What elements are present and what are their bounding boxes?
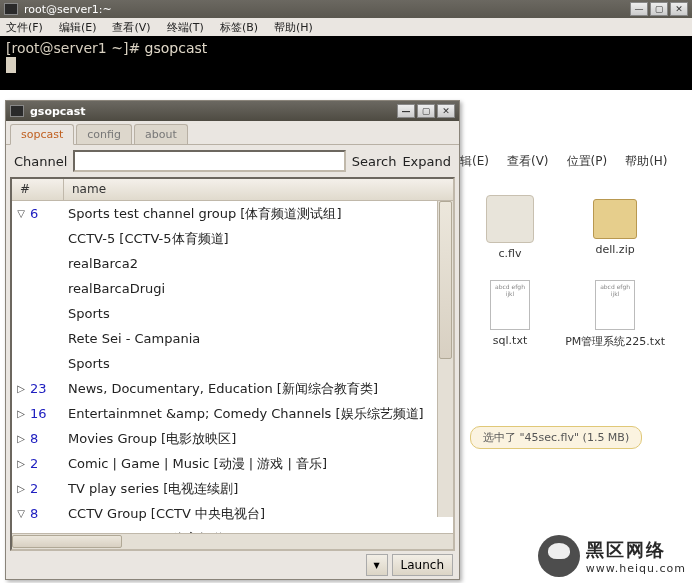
window-minimize-button[interactable]: — — [630, 2, 648, 16]
terminal-cursor — [6, 57, 16, 73]
channel-count: 2 — [30, 481, 64, 496]
channel-label: Channel — [14, 154, 67, 169]
terminal-menu-edit[interactable]: 编辑(E) — [59, 20, 97, 35]
watermark-logo-icon — [538, 535, 580, 577]
file-label: sql.txt — [460, 334, 560, 347]
expander-open-icon[interactable]: ▽ — [12, 508, 30, 519]
expander-closed-icon[interactable]: ▷ — [12, 458, 30, 469]
terminal-window: root@server1:~ — ▢ ✕ 文件(F) 编辑(E) 查看(V) 终… — [0, 0, 692, 90]
file-manager-icons: c.flv dell.zip abcd efgh ijkl sql.txt ab… — [460, 195, 692, 369]
terminal-menu-view[interactable]: 查看(V) — [112, 20, 150, 35]
channel-name: Rete Sei - Campania — [64, 331, 453, 346]
launch-button[interactable]: Launch — [392, 554, 453, 576]
gsopcast-tab-bar: sopcast config about — [6, 121, 459, 145]
fm-menu-places[interactable]: 位置(P) — [567, 153, 608, 170]
tab-about[interactable]: about — [134, 124, 188, 144]
channel-count: 8 — [30, 431, 64, 446]
expander-closed-icon[interactable]: ▷ — [12, 383, 30, 394]
expander-closed-icon[interactable]: ▷ — [12, 433, 30, 444]
watermark-text-cn: 黑区网络 — [586, 538, 686, 562]
channel-row[interactable]: ▷2TV play series [电视连续剧] — [12, 476, 453, 501]
channel-count: 8 — [30, 506, 64, 521]
channel-row[interactable]: ▽6Sports test channel group [体育频道测试组] — [12, 201, 453, 226]
gsopcast-search-row: Channel Search Expand — [6, 145, 459, 177]
file-item[interactable]: abcd efgh ijkl sql.txt — [460, 280, 560, 347]
channel-row[interactable]: CCTV-5 [CCTV-5体育频道] — [12, 526, 453, 533]
channel-row[interactable]: realBarcaDrugi — [12, 276, 453, 301]
channel-name: Sports — [64, 306, 453, 321]
channel-row[interactable]: Sports — [12, 351, 453, 376]
channel-name: Movies Group [电影放映区] — [64, 430, 453, 448]
channel-row[interactable]: ▷8Movies Group [电影放映区] — [12, 426, 453, 451]
channel-list-body: ▽6Sports test channel group [体育频道测试组]CCT… — [12, 201, 453, 533]
channel-row[interactable]: ▷2Comic | Game | Music [动漫 | 游戏 | 音乐] — [12, 451, 453, 476]
channel-name: realBarcaDrugi — [64, 281, 453, 296]
terminal-menu-terminal[interactable]: 终端(T) — [167, 20, 204, 35]
channel-input[interactable] — [73, 150, 345, 172]
file-item[interactable]: dell.zip — [565, 195, 665, 256]
channel-row[interactable]: realBarca2 — [12, 251, 453, 276]
launch-dropdown[interactable]: ▼ — [366, 554, 388, 576]
fm-menu-edit[interactable]: 辑(E) — [460, 153, 489, 170]
channel-row[interactable]: ▷16Entertainmnet &amp; Comedy Channels [… — [12, 401, 453, 426]
channel-name: News, Documentary, Education [新闻综合教育类] — [64, 380, 453, 398]
terminal-menubar: 文件(F) 编辑(E) 查看(V) 终端(T) 标签(B) 帮助(H) — [0, 18, 692, 36]
channel-row[interactable]: Rete Sei - Campania — [12, 326, 453, 351]
window-close-button[interactable]: ✕ — [670, 2, 688, 16]
channel-name: Sports test channel group [体育频道测试组] — [64, 205, 453, 223]
scrollbar-thumb[interactable] — [12, 535, 122, 548]
channel-name: realBarca2 — [64, 256, 453, 271]
expander-open-icon[interactable]: ▽ — [12, 208, 30, 219]
tab-config[interactable]: config — [76, 124, 132, 144]
channel-name: Sports — [64, 356, 453, 371]
search-button[interactable]: Search — [352, 154, 397, 169]
file-label: dell.zip — [565, 243, 665, 256]
file-manager-statusbar: 选中了 "45sec.flv" (1.5 MB) — [470, 426, 642, 449]
file-icon — [486, 195, 534, 243]
watermark-text-en: www.heiqu.com — [586, 562, 686, 575]
window-close-button[interactable]: ✕ — [437, 104, 455, 118]
channel-name: Entertainmnet &amp; Comedy Channels [娱乐综… — [64, 405, 453, 423]
file-label: c.flv — [460, 247, 560, 260]
terminal-titlebar[interactable]: root@server1:~ — ▢ ✕ — [0, 0, 692, 18]
tab-sopcast[interactable]: sopcast — [10, 124, 74, 145]
channel-count: 2 — [30, 456, 64, 471]
file-item[interactable]: abcd efgh ijkl PM管理系统225.txt — [565, 280, 665, 349]
terminal-menu-help[interactable]: 帮助(H) — [274, 20, 313, 35]
file-item[interactable]: c.flv — [460, 195, 560, 260]
expand-button[interactable]: Expand — [402, 154, 451, 169]
gsopcast-titlebar[interactable]: gsopcast — ▢ ✕ — [6, 101, 459, 121]
gsopcast-app-icon — [10, 105, 24, 117]
column-header-num[interactable]: # — [12, 179, 64, 200]
vertical-scrollbar[interactable] — [437, 201, 453, 517]
channel-count: 6 — [30, 206, 64, 221]
terminal-menu-tabs[interactable]: 标签(B) — [220, 20, 258, 35]
column-header-name[interactable]: name — [64, 179, 453, 200]
expander-closed-icon[interactable]: ▷ — [12, 408, 30, 419]
fm-menu-view[interactable]: 查看(V) — [507, 153, 549, 170]
terminal-title: root@server1:~ — [24, 3, 112, 16]
window-maximize-button[interactable]: ▢ — [417, 104, 435, 118]
channel-name: TV play series [电视连续剧] — [64, 480, 453, 498]
window-maximize-button[interactable]: ▢ — [650, 2, 668, 16]
expander-closed-icon[interactable]: ▷ — [12, 483, 30, 494]
channel-row[interactable]: CCTV-5 [CCTV-5体育频道] — [12, 226, 453, 251]
channel-row[interactable]: ▽8CCTV Group [CCTV 中央电视台] — [12, 501, 453, 526]
terminal-app-icon — [4, 3, 18, 15]
channel-name: CCTV Group [CCTV 中央电视台] — [64, 505, 453, 523]
channel-row[interactable]: Sports — [12, 301, 453, 326]
horizontal-scrollbar[interactable] — [12, 533, 453, 549]
scrollbar-thumb[interactable] — [439, 201, 452, 359]
terminal-body[interactable]: [root@server1 ~]# gsopcast — [0, 36, 692, 90]
terminal-menu-file[interactable]: 文件(F) — [6, 20, 43, 35]
channel-name: Comic | Game | Music [动漫 | 游戏 | 音乐] — [64, 455, 453, 473]
fm-menu-help[interactable]: 帮助(H) — [625, 153, 667, 170]
window-minimize-button[interactable]: — — [397, 104, 415, 118]
file-manager-menubar: 辑(E) 查看(V) 位置(P) 帮助(H) — [460, 150, 692, 172]
channel-count: 23 — [30, 381, 64, 396]
text-file-icon: abcd efgh ijkl — [595, 280, 635, 330]
archive-icon — [593, 199, 637, 239]
channel-row[interactable]: ▷23News, Documentary, Education [新闻综合教育类… — [12, 376, 453, 401]
file-label: PM管理系统225.txt — [565, 334, 665, 349]
channel-list-header: # name — [12, 179, 453, 201]
